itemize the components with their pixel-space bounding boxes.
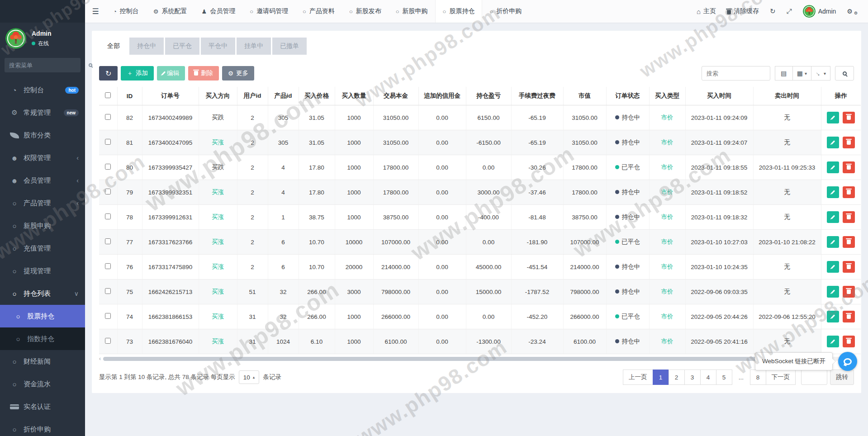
refresh-button[interactable]: ↻ [99,66,118,81]
column-header[interactable]: 买入数量 [335,87,373,105]
topnav-item[interactable]: ○ 新股发布 [342,0,389,23]
scroll-left-icon[interactable]: ‹ [99,355,101,362]
column-header[interactable]: 卖出时间 [753,87,821,105]
avatar[interactable] [5,28,26,49]
sidebar-item[interactable]: ○ 资金流水 [0,373,85,395]
settings-button[interactable]: ⚙⚙ [847,8,859,15]
row-edit-button[interactable] [827,311,839,322]
per-page-select[interactable]: 10▴ [239,370,260,384]
row-checkbox[interactable] [105,338,111,344]
column-header[interactable]: 用户id [237,87,268,105]
row-edit-button[interactable] [827,336,839,347]
sidebar-item[interactable]: ○ 股票持仓 [0,305,85,327]
chat-widget-button[interactable] [838,352,857,371]
sidebar-item[interactable]: ○ 指数持仓 [0,327,85,350]
scrollbar-track[interactable] [103,357,850,361]
row-checkbox[interactable] [105,263,111,269]
column-header[interactable]: 追加的信用金 [418,87,466,105]
sidebar-item[interactable]: ⚙ 常规管理 new [0,101,85,124]
export-button[interactable]: →▾ [811,66,830,81]
row-delete-button[interactable] [843,211,855,223]
edit-button[interactable]: 编辑 [157,66,185,81]
sidebar-item[interactable]: ◔ 控制台 hot [0,79,85,101]
row-edit-button[interactable] [827,112,839,123]
status-tab[interactable]: 已撤单 [272,38,307,55]
delete-button[interactable]: 删除 [188,66,219,81]
column-header[interactable]: 市值 [563,87,606,105]
page-button[interactable]: 上一页 [623,370,653,385]
columns-button[interactable]: ▦▾ [792,66,811,81]
row-checkbox[interactable] [105,213,111,219]
row-checkbox[interactable] [105,164,111,170]
row-delete-button[interactable] [843,311,855,322]
row-checkbox[interactable] [105,114,111,120]
row-checkbox[interactable] [105,288,111,294]
fullscreen-button[interactable]: ⤢ [787,7,792,15]
sidebar-item[interactable]: ○ 折价申购 [0,418,85,436]
jump-button[interactable]: 跳转 [830,370,854,385]
sidebar-item[interactable]: ○ 持仓列表 ∨ [0,282,85,305]
sidebar-item[interactable]: ○ 充值管理 [0,237,85,260]
detail-view-button[interactable]: ▤ [775,66,793,81]
topnav-item[interactable]: ○ 折价申购 [482,0,529,23]
row-checkbox[interactable] [105,189,111,194]
scrollbar-thumb[interactable] [103,357,827,361]
page-button[interactable]: 1 [653,370,669,385]
row-edit-button[interactable] [827,186,839,198]
row-edit-button[interactable] [827,137,839,148]
sidebar-search-input[interactable] [9,62,89,69]
row-edit-button[interactable] [827,236,839,248]
status-tab[interactable]: 挂单中 [237,38,271,55]
row-delete-button[interactable] [843,336,855,347]
column-header[interactable]: 订单状态 [606,87,649,105]
topnav-item[interactable]: ○ 邀请码管理 [242,0,295,23]
topnav-item[interactable]: ○ 产品资料 [295,0,342,23]
refresh-tab-button[interactable]: ↻ [770,7,776,15]
row-checkbox[interactable] [105,313,111,319]
row-edit-button[interactable] [827,211,839,223]
sidebar-item[interactable]: ○ 财经新闻 [0,350,85,373]
hamburger-menu-icon[interactable]: ☰ [85,0,106,23]
table-search-input[interactable] [702,66,770,81]
page-button[interactable]: 5 [716,370,732,385]
row-delete-button[interactable] [843,137,855,148]
row-edit-button[interactable] [827,286,839,298]
page-button[interactable]: 3 [684,370,701,385]
row-delete-button[interactable] [843,261,855,273]
column-header[interactable]: 手续费过夜费 [511,87,563,105]
select-all-checkbox[interactable] [105,92,111,98]
row-checkbox[interactable] [105,139,111,145]
jump-page-input[interactable] [801,370,827,385]
column-header[interactable]: 操作 [821,87,861,105]
column-header[interactable]: 买入时间 [685,87,753,105]
column-header[interactable]: 买入类型 [649,87,685,105]
page-button[interactable]: 下一页 [766,370,796,385]
search-button[interactable] [835,66,854,81]
page-button[interactable]: ... [733,370,749,385]
user-menu[interactable]: Admin [803,5,836,18]
status-tab[interactable]: 全部 [99,36,128,56]
sidebar-item[interactable]: ○ 产品管理 ‹ [0,192,85,214]
sidebar-item[interactable]: ○ 提现管理 [0,260,85,282]
topnav-item[interactable]: ○ 新股申购 [389,0,435,23]
status-tab[interactable]: 平仓中 [201,38,235,55]
sidebar-item[interactable]: 股市分类 [0,124,85,147]
column-header[interactable]: ID [117,87,142,105]
topnav-item[interactable]: ♟ 会员管理 [194,0,243,23]
page-button[interactable]: 4 [700,370,716,385]
page-button[interactable]: 2 [669,370,685,385]
column-header[interactable]: 交易本金 [373,87,418,105]
row-edit-button[interactable] [827,161,839,173]
row-edit-button[interactable] [827,261,839,273]
topnav-item[interactable]: ⚙ 系统配置 [146,0,194,23]
status-tab[interactable]: 持仓中 [129,38,164,55]
sidebar-item[interactable]: ☻ 会员管理 ‹ [0,169,85,192]
sidebar-item[interactable]: ☻ 权限管理 ‹ [0,147,85,169]
row-delete-button[interactable] [843,161,855,173]
status-tab[interactable]: 已平仓 [165,38,199,55]
more-button[interactable]: ⚙更多 [222,66,254,81]
topnav-item[interactable]: ○ 股票持仓 [435,0,483,23]
column-header[interactable]: 买入方向 [199,87,237,105]
topnav-item[interactable]: ◔ 控制台 [106,0,146,23]
column-header[interactable]: 产品id [268,87,299,105]
